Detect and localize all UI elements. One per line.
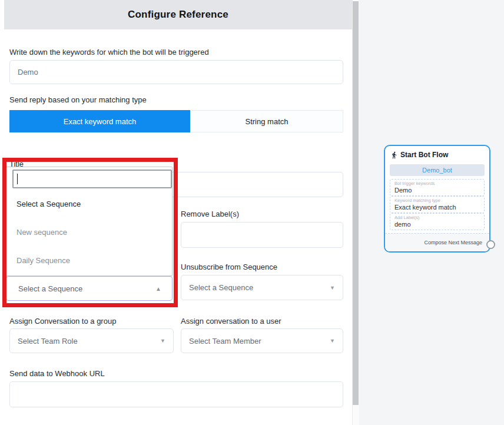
webhook-label: Send data to Webhook URL: [9, 369, 105, 378]
walking-person-icon: [390, 151, 398, 159]
assign-group-select-value: Select Team Role: [18, 337, 78, 346]
scrollbar-thumb[interactable]: [353, 1, 359, 405]
sequence-search-input[interactable]: [12, 170, 172, 188]
sequence-select-trigger[interactable]: Select a Sequence ▲: [6, 276, 173, 301]
assign-user-select[interactable]: Select Team Member ▼: [181, 328, 343, 353]
unsubscribe-label: Unsubscribe from Sequence: [181, 263, 277, 271]
assign-group-label: Assign Conversation to a group: [9, 317, 116, 326]
card-field-label: Bot trigger keywords: [394, 181, 484, 186]
chevron-down-icon: ▼: [330, 285, 335, 291]
sequence-option-daily-sequence[interactable]: Daily Sequence: [16, 256, 70, 265]
card-title: Start Bot Flow: [400, 151, 448, 159]
compose-next-message-label: Compose Next Message: [424, 240, 482, 245]
connector-handle[interactable]: [486, 240, 495, 249]
card-field-label: Add Label(s): [394, 215, 484, 220]
sequence-option-new-sequence[interactable]: New sequence: [16, 228, 67, 237]
assign-group-select[interactable]: Select Team Role ▼: [9, 328, 174, 353]
panel-header: Configure Reference: [4, 0, 352, 29]
screen: Configure Reference Write down the keywo…: [0, 0, 504, 425]
card-header: Start Bot Flow: [390, 151, 448, 159]
remove-labels-input[interactable]: [181, 222, 343, 248]
tab-string-match[interactable]: String match: [190, 110, 343, 132]
sequence-select-value: Select a Sequence: [18, 284, 82, 293]
page-title: Configure Reference: [128, 9, 228, 21]
start-bot-flow-card[interactable]: Start Bot Flow Demo_bot Bot trigger keyw…: [384, 145, 490, 253]
card-field-label: Keyword matching type: [394, 198, 484, 203]
card-field-bot-trigger-keywords: Bot trigger keywords Demo: [390, 179, 485, 196]
keywords-input[interactable]: [9, 60, 343, 84]
assign-user-label: Assign conversation to a user: [181, 317, 281, 326]
remove-labels-label: Remove Label(s): [181, 210, 239, 218]
card-field-value: Exact keyword match: [394, 204, 484, 211]
card-field-add-labels: Add Label(s) demo: [390, 213, 485, 230]
text-caret: [17, 174, 18, 184]
chevron-up-icon: ▲: [155, 285, 161, 292]
card-footer: Compose Next Message: [385, 233, 489, 251]
keywords-label: Write down the keywords for which the bo…: [9, 48, 209, 57]
assign-user-select-value: Select Team Member: [189, 337, 261, 346]
unsubscribe-select-value: Select a Sequence: [189, 283, 253, 292]
matching-type-label: Send reply based on your matching type: [9, 95, 147, 104]
bot-name-button[interactable]: Demo_bot: [390, 164, 485, 176]
chevron-down-icon: ▼: [160, 338, 165, 344]
configure-panel: Configure Reference Write down the keywo…: [0, 0, 352, 425]
tab-exact-keyword-match[interactable]: Exact keyword match: [9, 110, 190, 132]
matching-type-tabs: Exact keyword match String match: [9, 110, 343, 132]
card-field-keyword-matching-type: Keyword matching type Exact keyword matc…: [390, 196, 485, 213]
chevron-down-icon: ▼: [330, 338, 335, 344]
card-field-value: demo: [394, 221, 484, 228]
sequence-option-select-a-sequence[interactable]: Select a Sequence: [16, 200, 81, 208]
card-field-value: Demo: [394, 187, 484, 194]
webhook-input[interactable]: [9, 381, 343, 407]
sequence-dropdown-panel: Select a Sequence New sequence Daily Seq…: [6, 167, 173, 276]
unsubscribe-select[interactable]: Select a Sequence ▼: [181, 275, 343, 300]
